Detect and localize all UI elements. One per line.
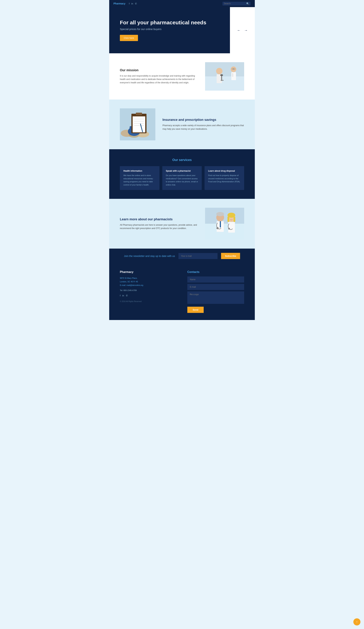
pharmacists-image: [205, 208, 244, 240]
footer-address-line2: London, SC 45 Fr 45: [120, 281, 138, 283]
svg-point-33: [217, 227, 219, 229]
svg-rect-36: [228, 217, 229, 222]
footer-contacts-title: Contacts: [187, 270, 244, 274]
header: Pharmacy f in ✆ 🔍: [109, 0, 255, 7]
scientist-image: [205, 62, 244, 91]
footer-social: f in ✆: [120, 294, 177, 297]
hero-content: For all your pharmaceutical needs Specia…: [109, 7, 230, 53]
footer-copyright: © 2016 All Rights Reserved: [120, 301, 177, 303]
phone-icon[interactable]: ✆: [135, 2, 137, 5]
hero-cta-button[interactable]: Click here: [120, 35, 138, 41]
mission-description: It is our duty and responsibility to acq…: [120, 74, 198, 85]
service-card-health: Health information We have the online an…: [120, 166, 159, 190]
services-title: Our services: [120, 158, 244, 162]
hero-navigation: ← →: [230, 7, 255, 53]
svg-rect-1: [205, 76, 244, 91]
svg-rect-38: [228, 222, 235, 233]
footer-left: Pharmacy 9870 St Mary Place, London, SC …: [120, 270, 177, 313]
footer-facebook-icon[interactable]: f: [120, 294, 121, 297]
svg-rect-28: [205, 224, 244, 240]
svg-rect-9: [233, 73, 233, 77]
service-health-title: Health information: [123, 170, 156, 172]
insurance-image: [120, 108, 155, 140]
svg-rect-6: [221, 80, 224, 81]
service-health-desc: We have the online and in-store educatio…: [123, 174, 156, 186]
svg-rect-8: [231, 72, 236, 80]
pharmacists-title: Learn more about our pharmacists: [120, 217, 198, 221]
services-grid: Health information We have the online an…: [120, 166, 244, 190]
services-section: Our services Health information We have …: [109, 149, 255, 199]
newsletter-subscribe-button[interactable]: Subscribe: [221, 253, 240, 259]
service-pharmacist-title: Speak with a pharmacist: [166, 170, 198, 172]
insurance-description: Pharmacy accepts a wide variety of insur…: [162, 124, 244, 131]
footer-phone-icon[interactable]: ✆: [126, 294, 128, 297]
linkedin-icon[interactable]: in: [131, 2, 133, 5]
insurance-section: Insurance and prescription savings Pharm…: [109, 100, 255, 149]
insurance-text: Insurance and prescription savings Pharm…: [162, 118, 244, 131]
header-search-box: 🔍: [223, 2, 250, 5]
pharmacists-description: All Pharmacy pharmacists are here to ans…: [120, 223, 198, 230]
header-left: Pharmacy f in ✆: [114, 2, 137, 5]
clipboard-image: [120, 108, 155, 140]
newsletter-section: Join the newsletter and stay up to date …: [109, 249, 255, 263]
next-slide-button[interactable]: →: [244, 28, 248, 32]
mission-text: Our mission It is our duty and responsib…: [120, 68, 198, 85]
svg-point-39: [228, 228, 230, 230]
pharmacists-text: Learn more about our pharmacists All Pha…: [120, 217, 198, 230]
prev-slide-button[interactable]: ←: [237, 28, 241, 32]
search-icon[interactable]: 🔍: [246, 2, 249, 5]
svg-rect-21: [133, 116, 145, 132]
newsletter-text: Join the newsletter and stay up to date …: [124, 255, 175, 257]
footer-tel: Tel: 800-2345-6789: [120, 289, 177, 291]
doctors-image: [205, 208, 244, 240]
mission-title: Our mission: [120, 68, 198, 72]
pharmacists-section: Learn more about our pharmacists All Pha…: [109, 199, 255, 249]
mission-image: [205, 62, 244, 91]
service-disposal-title: Learn about drug disposal: [208, 170, 241, 172]
newsletter-email-input[interactable]: [178, 253, 218, 259]
service-card-pharmacist: Speak with a pharmacist Do you have ques…: [162, 166, 202, 190]
mission-section: Our mission It is our duty and responsib…: [109, 53, 255, 100]
footer-address-line1: 9870 St Mary Place,: [120, 277, 137, 279]
hero-title: For all your pharmaceutical needs: [120, 19, 224, 26]
svg-rect-32: [220, 221, 221, 227]
svg-rect-37: [234, 217, 235, 222]
hero-section: For all your pharmaceutical needs Specia…: [109, 7, 255, 53]
footer-address: 9870 St Mary Place, London, SC 45 Fr 45 …: [120, 277, 177, 287]
footer-email-label: E-mail:: [120, 284, 126, 286]
svg-rect-20: [136, 113, 142, 115]
svg-point-2: [216, 68, 223, 74]
hero-subtitle: Special prices for our online buyers: [120, 27, 224, 30]
service-card-disposal: Learn about drug disposal Find out how t…: [205, 166, 244, 190]
svg-point-5: [220, 74, 223, 76]
header-brand[interactable]: Pharmacy: [114, 2, 125, 5]
svg-point-30: [216, 212, 224, 216]
footer-email-input[interactable]: [187, 284, 244, 290]
insurance-title: Insurance and prescription savings: [162, 118, 244, 122]
footer-name-input[interactable]: [187, 277, 244, 283]
footer-linkedin-icon[interactable]: in: [122, 294, 124, 297]
footer-brand: Pharmacy: [120, 270, 177, 274]
footer-right: Contacts Send: [187, 270, 244, 313]
footer-email-link[interactable]: mail@demolink.org: [126, 284, 143, 286]
search-input[interactable]: [224, 2, 245, 5]
header-social: f in ✆: [129, 2, 137, 5]
footer-message-input[interactable]: [187, 291, 244, 304]
service-pharmacist-desc: Do you have questions about your medicat…: [166, 174, 198, 186]
facebook-icon[interactable]: f: [129, 2, 130, 5]
footer-send-button[interactable]: Send: [187, 307, 204, 313]
service-disposal-desc: Find out how to properly dispose of unus…: [208, 174, 241, 183]
footer: Pharmacy 9870 St Mary Place, London, SC …: [109, 263, 255, 320]
